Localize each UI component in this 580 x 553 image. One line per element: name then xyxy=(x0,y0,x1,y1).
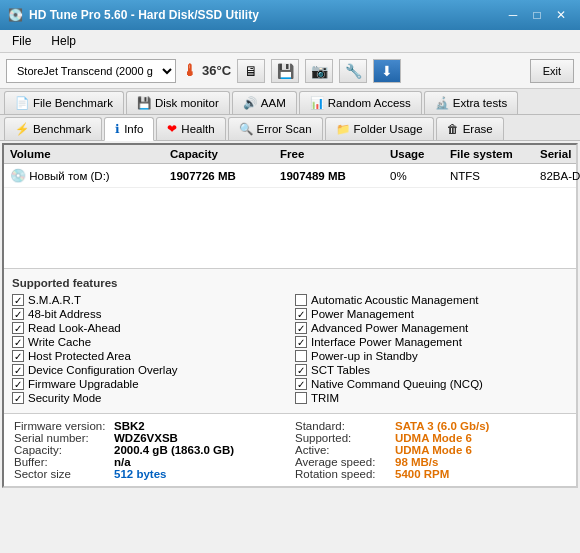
tab-disk-monitor-label: Disk monitor xyxy=(155,97,219,109)
exit-button[interactable]: Exit xyxy=(530,59,574,83)
title-bar: 💽 HD Tune Pro 5.60 - Hard Disk/SSD Utili… xyxy=(0,0,580,30)
tab-extra-tests[interactable]: 🔬 Extra tests xyxy=(424,91,518,114)
checkbox-read-lookahead xyxy=(12,322,24,334)
toolbar-icon-btn-2[interactable]: 💾 xyxy=(271,59,299,83)
erase-icon: 🗑 xyxy=(447,123,459,135)
checkbox-trim xyxy=(295,392,307,404)
tab-benchmark[interactable]: ⚡ Benchmark xyxy=(4,117,102,140)
feature-trim: TRIM xyxy=(295,391,568,405)
info-supported: Supported: UDMA Mode 6 xyxy=(295,432,566,444)
empty-area xyxy=(4,188,576,268)
main-content: Volume Capacity Free Usage File system S… xyxy=(2,143,578,488)
error-scan-icon: 🔍 xyxy=(239,122,253,136)
col-capacity: Capacity xyxy=(170,148,280,160)
health-icon: ❤ xyxy=(167,122,177,136)
info-avg-speed: Average speed: 98 MB/s xyxy=(295,456,566,468)
drive-icon: 💿 xyxy=(10,168,26,183)
tab-info[interactable]: ℹ Info xyxy=(104,117,154,141)
tab-file-benchmark[interactable]: 📄 File Benchmark xyxy=(4,91,124,114)
tab-random-access-label: Random Access xyxy=(328,97,411,109)
cell-filesystem: NTFS xyxy=(450,170,540,182)
cell-serial: 82BA-D38F xyxy=(540,170,580,182)
tabs-row2: ⚡ Benchmark ℹ Info ❤ Health 🔍 Error Scan… xyxy=(0,115,580,141)
tab-aam-label: AAM xyxy=(261,97,286,109)
checkbox-sct-tables xyxy=(295,364,307,376)
feature-adv-power: Advanced Power Management xyxy=(295,321,568,335)
feature-read-lookahead: Read Look-Ahead xyxy=(12,321,285,335)
close-button[interactable]: ✕ xyxy=(550,5,572,25)
checkbox-device-config xyxy=(12,364,24,376)
toolbar-icon-btn-1[interactable]: 🖥 xyxy=(237,59,265,83)
col-serial: Serial xyxy=(540,148,580,160)
random-access-icon: 📊 xyxy=(310,96,324,110)
table-row: 💿 Новый том (D:) 1907726 MB 1907489 MB 0… xyxy=(4,164,576,188)
info-standard: Standard: SATA 3 (6.0 Gb/s) xyxy=(295,420,566,432)
info-capacity: Capacity: 2000.4 gB (1863.0 GB) xyxy=(14,444,285,456)
tab-disk-monitor[interactable]: 💾 Disk monitor xyxy=(126,91,230,114)
info-section: Firmware version: SBK2 Serial number: WD… xyxy=(4,413,576,486)
cell-capacity: 1907726 MB xyxy=(170,170,280,182)
tab-folder-usage-label: Folder Usage xyxy=(354,123,423,135)
checkbox-firmware xyxy=(12,378,24,390)
info-serial: Serial number: WDZ6VXSB xyxy=(14,432,285,444)
aam-icon: 🔊 xyxy=(243,96,257,110)
info-right: Standard: SATA 3 (6.0 Gb/s) Supported: U… xyxy=(295,420,566,480)
feature-write-cache: Write Cache xyxy=(12,335,285,349)
feature-ncq: Native Command Queuing (NCQ) xyxy=(295,377,568,391)
checkbox-write-cache xyxy=(12,336,24,348)
menu-bar: File Help xyxy=(0,30,580,53)
thermometer-icon: 🌡 xyxy=(182,62,198,80)
tab-aam[interactable]: 🔊 AAM xyxy=(232,91,297,114)
tab-erase[interactable]: 🗑 Erase xyxy=(436,117,504,140)
drive-selector[interactable]: StoreJet Transcend (2000 gB) xyxy=(6,59,176,83)
col-free: Free xyxy=(280,148,390,160)
temperature-display: 🌡 36°C xyxy=(182,62,231,80)
checkbox-adv-power xyxy=(295,322,307,334)
tab-random-access[interactable]: 📊 Random Access xyxy=(299,91,422,114)
info-icon: ℹ xyxy=(115,122,120,136)
window-title: HD Tune Pro 5.60 - Hard Disk/SSD Utility xyxy=(29,8,259,22)
feature-firmware: Firmware Upgradable xyxy=(12,377,285,391)
checkbox-smart xyxy=(12,294,24,306)
info-sector: Sector size 512 bytes xyxy=(14,468,285,480)
toolbar-icon-btn-5[interactable]: ⬇ xyxy=(373,59,401,83)
checkbox-security xyxy=(12,392,24,404)
feature-smart: S.M.A.R.T xyxy=(12,293,285,307)
tab-extra-tests-label: Extra tests xyxy=(453,97,507,109)
features-right: Automatic Acoustic Management Power Mana… xyxy=(295,293,568,405)
title-bar-controls: ─ □ ✕ xyxy=(502,5,572,25)
features-grid: S.M.A.R.T 48-bit Address Read Look-Ahead… xyxy=(4,291,576,411)
feature-device-config: Device Configuration Overlay xyxy=(12,363,285,377)
col-filesystem: File system xyxy=(450,148,540,160)
tab-benchmark-label: Benchmark xyxy=(33,123,91,135)
checkbox-powerup-standby xyxy=(295,350,307,362)
info-firmware: Firmware version: SBK2 xyxy=(14,420,285,432)
cell-free: 1907489 MB xyxy=(280,170,390,182)
file-benchmark-icon: 📄 xyxy=(15,96,29,110)
menu-help[interactable]: Help xyxy=(43,32,84,50)
tab-folder-usage[interactable]: 📁 Folder Usage xyxy=(325,117,434,140)
toolbar-icon-btn-4[interactable]: 🔧 xyxy=(339,59,367,83)
benchmark-icon: ⚡ xyxy=(15,122,29,136)
feature-powerup-standby: Power-up in Standby xyxy=(295,349,568,363)
checkbox-iface-power xyxy=(295,336,307,348)
feature-host-protected: Host Protected Area xyxy=(12,349,285,363)
checkbox-ncq xyxy=(295,378,307,390)
tab-error-scan[interactable]: 🔍 Error Scan xyxy=(228,117,323,140)
feature-48bit: 48-bit Address xyxy=(12,307,285,321)
maximize-button[interactable]: □ xyxy=(526,5,548,25)
temperature-value: 36°C xyxy=(202,63,231,78)
toolbar-icon-btn-3[interactable]: 📷 xyxy=(305,59,333,83)
feature-sct-tables: SCT Tables xyxy=(295,363,568,377)
tab-health[interactable]: ❤ Health xyxy=(156,117,225,140)
tab-info-label: Info xyxy=(124,123,143,135)
feature-power-mgmt: Power Management xyxy=(295,307,568,321)
app-icon: 💽 xyxy=(8,8,23,22)
table-header: Volume Capacity Free Usage File system S… xyxy=(4,145,576,164)
tabs-row1: 📄 File Benchmark 💾 Disk monitor 🔊 AAM 📊 … xyxy=(0,89,580,115)
menu-file[interactable]: File xyxy=(4,32,39,50)
disk-monitor-icon: 💾 xyxy=(137,96,151,110)
minimize-button[interactable]: ─ xyxy=(502,5,524,25)
folder-usage-icon: 📁 xyxy=(336,122,350,136)
tab-erase-label: Erase xyxy=(463,123,493,135)
